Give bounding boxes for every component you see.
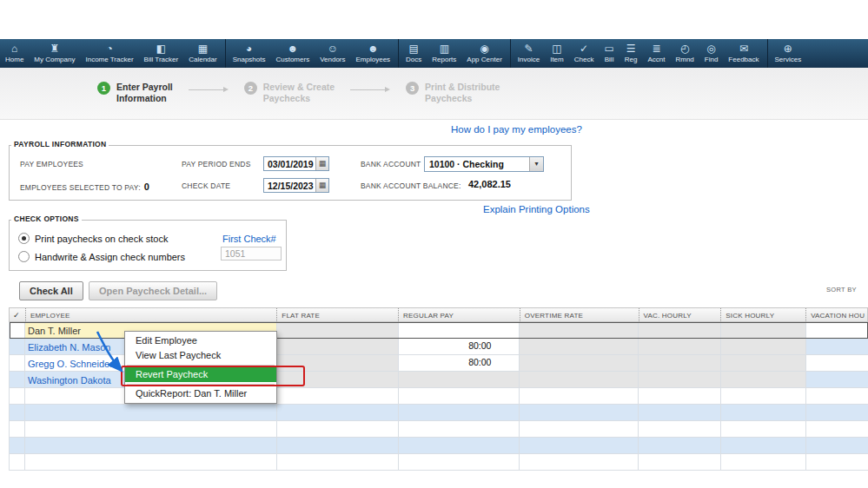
regular-pay-cell [399,388,520,405]
vacation-hourly-cell [806,372,868,388]
column-header-employee[interactable]: EMPLOYEE [25,308,276,321]
toolbar-item-services[interactable]: ⊕Services [770,39,807,68]
help-link[interactable]: How do I pay my employees? [451,124,582,135]
employee-name[interactable]: Gregg O. Schneider [28,359,113,369]
toolbar-item-income-tracker[interactable]: ◔Income Tracker [80,39,138,68]
vac-hourly-cell [639,405,721,421]
overtime-rate-cell [520,405,639,421]
toolbar-item-find[interactable]: ◎Find [699,39,724,68]
toolbar-item-reports[interactable]: ▥Reports [427,39,461,68]
row-check-cell[interactable] [10,372,25,388]
toolbar-item-reg[interactable]: ☰Reg [620,39,643,68]
step-title-line: Review & Create [263,82,335,93]
steps: 1Enter PayrollInformation2Review & Creat… [97,82,500,104]
row-check-cell[interactable] [10,322,25,339]
bank-account-select[interactable]: 10100 · Checking ▾ [424,156,544,172]
toolbar-item-item[interactable]: ◫Item [545,39,569,68]
chevron-down-icon[interactable]: ▾ [529,157,543,171]
toolbar-item-label: Bill Tracker [144,56,179,63]
column-header-sick-hourly[interactable]: SICK HOURLY [720,308,805,321]
menu-item-revert-paycheck[interactable]: Revert Paycheck [125,367,276,382]
explain-printing-options-link[interactable]: Explain Printing Options [483,204,590,214]
column-header-regular-pay[interactable]: REGULAR PAY [398,308,520,321]
regular-pay-cell[interactable] [399,322,520,339]
overtime-rate-cell [520,454,639,471]
calendar-icon: ▦ [198,43,208,55]
employee-name[interactable]: Elizabeth N. Mason [28,342,110,353]
step-title-line: Paychecks [425,93,500,104]
menu-item-quickreport-dan-t-miller[interactable]: QuickReport: Dan T. Miller [125,386,276,401]
vacation-hourly-cell [806,454,868,471]
row-check-cell[interactable] [10,339,25,355]
regular-pay-cell [399,438,520,454]
calendar-icon[interactable]: ▦ [315,157,328,170]
radio-unselected-icon[interactable] [18,251,30,262]
step-title-line: Information [116,93,173,104]
sick-hourly-cell [721,405,806,421]
toolbar-item-invoice[interactable]: ✎Invoice [513,39,545,68]
toolbar-item-check[interactable]: ✓Check [569,39,600,68]
flat-rate-cell [277,388,399,405]
toolbar-item-my-company[interactable]: ♜My Company [29,39,80,68]
payroll-information-label: PAYROLL INFORMATION [11,140,109,148]
reports-icon: ▥ [440,43,449,55]
toolbar-item-bill-tracker[interactable]: ◧Bill Tracker [139,39,184,68]
regular-pay-cell [399,405,520,421]
rmnd-icon: ◴ [680,43,689,55]
step-title: Review & CreatePaychecks [263,82,335,104]
handwrite-assign-option[interactable]: Handwrite & Assign check numbers [18,251,185,262]
employee-name[interactable]: Dan T. Miller [28,326,81,336]
row-check-cell[interactable] [10,355,25,372]
regular-pay-cell[interactable]: 80:00 [399,355,520,372]
toolbar-item-accnt[interactable]: ≣Accnt [642,39,670,68]
first-check-input[interactable] [221,247,282,260]
print-paychecks-option[interactable]: Print paychecks on check stock [18,233,168,244]
income-tracker-icon: ◔ [106,43,112,55]
open-paycheck-detail-button[interactable]: Open Paycheck Detail... [89,281,217,300]
header-check-icon: ✓ [10,308,25,321]
check-all-button[interactable]: Check All [19,281,83,300]
flat-rate-cell [277,405,399,421]
toolbar-item-docs[interactable]: ▤Docs [401,39,427,68]
toolbar-item-label: Check [574,56,594,63]
regular-pay-value: 80:00 [401,340,517,353]
menu-item-edit-employee[interactable]: Edit Employee [125,333,276,348]
check-options-group: CHECK OPTIONS Print paychecks on check s… [9,220,287,271]
toolbar-item-app-center[interactable]: ◉App Center [461,39,510,68]
toolbar-item-calendar[interactable]: ▦Calendar [183,39,225,68]
reg-icon: ☰ [626,43,636,55]
toolbar-item-bill[interactable]: ▭Bill [599,39,619,68]
column-header-vac-hourly[interactable]: VAC. HOURLY [639,308,721,321]
toolbar-item-feedback[interactable]: ✉Feedback [723,39,767,68]
column-header-overtime-rate[interactable]: OVERTIME RATE [520,308,639,321]
regular-pay-cell[interactable]: 80:00 [399,339,520,355]
menu-item-view-last-paycheck[interactable]: View Last Paycheck [125,348,276,363]
toolbar-item-home[interactable]: ⌂Home [0,39,29,68]
vac-hourly-cell [639,339,721,355]
toolbar-item-label: Calendar [189,56,216,63]
context-menu: Edit EmployeeView Last PaycheckRevert Pa… [124,331,277,404]
find-icon: ◎ [706,43,715,55]
radio-selected-icon[interactable] [18,233,30,244]
toolbar-item-snapshots[interactable]: ◕Snapshots [228,39,271,68]
column-header-flat-rate[interactable]: FLAT RATE [276,308,398,321]
toolbar-item-rmnd[interactable]: ◴Rmnd [670,39,699,68]
column-header-vacation-hou[interactable]: VACATION HOU [805,308,867,321]
row-check-cell [10,388,25,405]
overtime-rate-cell [520,421,639,438]
overtime-rate-cell [520,438,639,454]
row-check-cell [10,454,25,471]
item-icon: ◫ [552,43,561,55]
pay-employees-label: PAY EMPLOYEES [20,160,83,168]
toolbar-item-label: Customers [275,56,309,63]
toolbar-item-vendors[interactable]: ☺Vendors [315,39,350,68]
menu-separator [127,365,275,366]
step-number-badge: 3 [406,82,419,95]
toolbar-item-employees[interactable]: ☻Employees [351,39,400,68]
toolbar-item-customers[interactable]: ☻Customers [270,39,315,68]
app-center-icon: ◉ [480,43,488,55]
employee-name[interactable]: Washington Dakota [28,375,111,386]
toolbar-item-label: Income Tracker [85,56,133,63]
toolbar-item-label: Vendors [320,56,345,63]
calendar-icon[interactable]: ▦ [315,179,328,192]
